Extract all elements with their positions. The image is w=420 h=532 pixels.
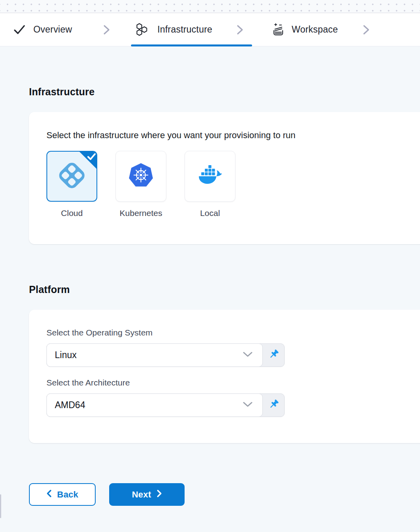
chevron-right-icon bbox=[236, 25, 244, 35]
option-label-kubernetes: Kubernetes bbox=[119, 208, 162, 218]
kubernetes-card[interactable] bbox=[116, 151, 166, 202]
platform-panel: Select the Operating System Linux bbox=[29, 310, 420, 443]
arch-select-value: AMD64 bbox=[55, 400, 85, 411]
back-button-label: Back bbox=[57, 490, 78, 500]
chevron-right-icon bbox=[102, 25, 111, 35]
arch-pin-button[interactable] bbox=[262, 394, 284, 416]
pushpin-icon bbox=[268, 349, 279, 362]
infrastructure-prompt: Select the infrastructure where you want… bbox=[46, 130, 420, 141]
os-select-group: Linux bbox=[46, 343, 285, 367]
os-select[interactable]: Linux bbox=[46, 343, 263, 367]
scrollbar-sliver[interactable] bbox=[0, 494, 1, 518]
os-field-label: Select the Operating System bbox=[46, 328, 420, 337]
infrastructure-options: Cloud bbox=[46, 151, 420, 218]
wizard-stepper: Overview Infrastructure bbox=[0, 13, 420, 46]
step-label: Infrastructure bbox=[157, 24, 212, 35]
option-kubernetes: Kubernetes bbox=[116, 151, 166, 218]
selected-check-badge bbox=[79, 151, 97, 170]
option-label-local: Local bbox=[200, 208, 220, 218]
arch-select[interactable]: AMD64 bbox=[46, 393, 263, 417]
platform-heading: Platform bbox=[29, 284, 420, 295]
chevron-down-icon bbox=[243, 401, 253, 409]
dotted-header-strip bbox=[0, 0, 420, 13]
chevron-right-icon bbox=[157, 490, 162, 500]
hexagons-icon bbox=[135, 22, 149, 37]
step-overview[interactable]: Overview bbox=[13, 23, 72, 36]
step-workspace[interactable]: Workspace bbox=[244, 22, 338, 37]
os-field: Select the Operating System Linux bbox=[46, 328, 420, 367]
step-infrastructure[interactable]: Infrastructure bbox=[111, 22, 212, 37]
os-pin-button[interactable] bbox=[262, 344, 284, 366]
wizard-content: Infrastructure Select the infrastructure… bbox=[0, 86, 420, 506]
arch-field-label: Select the Architecture bbox=[46, 378, 420, 387]
chevron-down-icon bbox=[243, 351, 253, 359]
next-button[interactable]: Next bbox=[109, 483, 185, 506]
chevron-right-icon bbox=[362, 25, 370, 35]
kubernetes-icon bbox=[128, 162, 154, 190]
chevron-left-icon bbox=[46, 490, 52, 500]
pushpin-icon bbox=[268, 399, 279, 412]
active-step-underline bbox=[131, 44, 252, 46]
arch-select-group: AMD64 bbox=[46, 393, 285, 417]
local-card[interactable] bbox=[185, 151, 235, 202]
arch-field: Select the Architecture AMD64 bbox=[46, 378, 420, 417]
cloud-card[interactable] bbox=[46, 151, 97, 202]
docker-icon bbox=[196, 162, 224, 191]
option-cloud: Cloud bbox=[46, 151, 97, 218]
step-label: Workspace bbox=[292, 24, 338, 35]
infrastructure-panel: Select the infrastructure where you want… bbox=[29, 112, 420, 244]
next-button-label: Next bbox=[132, 490, 151, 500]
os-select-value: Linux bbox=[55, 350, 77, 360]
option-local: Local bbox=[185, 151, 235, 218]
infrastructure-heading: Infrastructure bbox=[29, 86, 420, 98]
stacked-tray-icon bbox=[271, 22, 285, 37]
check-icon bbox=[13, 23, 25, 36]
step-label: Overview bbox=[33, 24, 72, 35]
wizard-actions: Back Next bbox=[29, 483, 420, 506]
option-label-cloud: Cloud bbox=[61, 208, 83, 218]
back-button[interactable]: Back bbox=[29, 483, 96, 506]
